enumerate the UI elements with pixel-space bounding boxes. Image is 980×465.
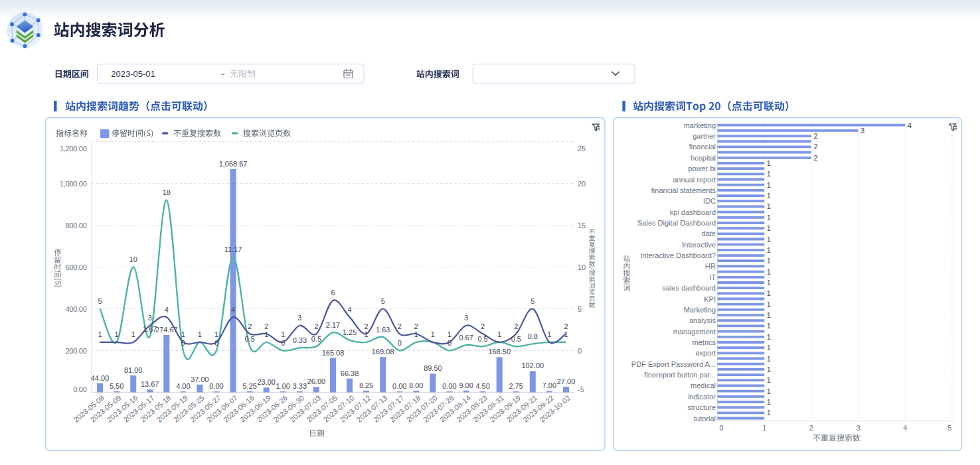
svg-text:1,200.00: 1,200.00 [60, 145, 87, 153]
svg-text:0: 0 [398, 339, 402, 347]
svg-text:1,068.67: 1,068.67 [219, 160, 248, 168]
svg-text:0.00: 0.00 [442, 382, 456, 390]
svg-text:1: 1 [131, 330, 135, 338]
svg-text:1: 1 [281, 330, 285, 338]
svg-text:2023-05-01: 2023-05-01 [111, 69, 155, 79]
svg-text:2: 2 [514, 322, 518, 330]
svg-text:1: 1 [767, 279, 771, 287]
svg-text:2: 2 [398, 322, 402, 330]
svg-text:169.08: 169.08 [372, 348, 394, 356]
svg-text:4: 4 [348, 306, 352, 314]
svg-text:1: 1 [564, 330, 568, 338]
svg-text:274.67: 274.67 [155, 326, 178, 334]
svg-text:165.08: 165.08 [322, 349, 345, 357]
svg-text:4: 4 [165, 306, 169, 314]
svg-text:1: 1 [767, 192, 771, 200]
svg-text:0.33: 0.33 [293, 336, 307, 344]
svg-text:2: 2 [365, 322, 368, 330]
svg-text:5.50: 5.50 [110, 382, 123, 390]
svg-text:1.63: 1.63 [376, 326, 390, 334]
svg-text:1: 1 [214, 330, 218, 338]
svg-text:1: 1 [767, 224, 771, 232]
svg-text:0.5: 0.5 [245, 335, 255, 343]
svg-text:1: 1 [767, 311, 771, 319]
svg-text:2: 2 [813, 154, 817, 162]
svg-text:66.38: 66.38 [341, 369, 359, 377]
svg-text:11.17: 11.17 [224, 245, 242, 253]
svg-text:PDF Export Password A...: PDF Export Password A... [631, 360, 716, 368]
svg-text:2: 2 [813, 143, 817, 151]
svg-text:1.67: 1.67 [143, 325, 157, 333]
svg-text:8.25: 8.25 [359, 381, 373, 389]
svg-text:0: 0 [448, 339, 451, 347]
svg-text:1.00: 1.00 [276, 382, 290, 390]
svg-text:2: 2 [248, 322, 252, 330]
svg-text:1: 1 [547, 330, 551, 338]
svg-text:8.00: 8.00 [409, 381, 423, 389]
svg-text:analysis: analysis [689, 316, 716, 324]
svg-text:0.5: 0.5 [477, 335, 487, 343]
svg-text:1: 1 [98, 330, 102, 338]
svg-text:1: 1 [198, 330, 202, 338]
svg-text:0: 0 [214, 339, 218, 347]
svg-text:1: 1 [181, 330, 185, 338]
svg-text:5: 5 [381, 297, 385, 305]
svg-text:1,000.00: 1,000.00 [60, 180, 87, 188]
svg-text:13.67: 13.67 [141, 380, 159, 388]
svg-text:0: 0 [181, 339, 185, 347]
svg-text:4: 4 [908, 121, 912, 129]
svg-text:1.25: 1.25 [343, 328, 357, 336]
svg-text:sales dashboard: sales dashboard [662, 284, 716, 292]
svg-text:1: 1 [767, 365, 771, 373]
svg-text:26.00: 26.00 [307, 377, 326, 385]
svg-text:financial statements: financial statements [651, 186, 716, 194]
svg-text:~: ~ [220, 70, 225, 79]
svg-text:2: 2 [314, 322, 318, 330]
svg-text:Sales Digital Dashboard: Sales Digital Dashboard [637, 219, 716, 227]
svg-text:0.67: 0.67 [459, 334, 473, 342]
svg-text:15: 15 [578, 222, 586, 230]
svg-text:0.00: 0.00 [392, 382, 406, 390]
svg-text:27.00: 27.00 [557, 377, 576, 385]
svg-text:4.00: 4.00 [176, 382, 190, 390]
svg-text:1: 1 [448, 330, 451, 338]
svg-text:HR: HR [705, 262, 716, 270]
svg-text:1: 1 [767, 322, 771, 330]
svg-text:2.75: 2.75 [509, 382, 523, 390]
svg-text:1: 1 [767, 398, 771, 406]
svg-text:1: 1 [767, 355, 771, 363]
svg-text:1: 1 [264, 330, 268, 338]
svg-text:2: 2 [809, 424, 813, 432]
svg-text:2: 2 [414, 322, 418, 330]
svg-text:IDC: IDC [703, 197, 716, 205]
svg-text:6: 6 [331, 289, 335, 297]
svg-text:kpi dashboard: kpi dashboard [670, 208, 716, 216]
svg-text:4: 4 [903, 424, 907, 432]
svg-text:5.25: 5.25 [242, 382, 256, 390]
svg-text:1: 1 [767, 181, 771, 189]
svg-text:1: 1 [767, 159, 771, 167]
svg-text:0: 0 [578, 347, 582, 355]
svg-text:2: 2 [813, 132, 817, 140]
svg-text:10: 10 [578, 263, 586, 271]
svg-text:4: 4 [231, 306, 235, 314]
svg-text:1: 1 [767, 387, 771, 395]
svg-text:-5: -5 [578, 385, 584, 393]
svg-text:1: 1 [767, 170, 771, 178]
svg-text:Interactive Dashboard?: Interactive Dashboard? [640, 251, 716, 259]
svg-text:annual report: annual report [673, 176, 716, 184]
svg-text:Marketing: Marketing [684, 306, 716, 314]
svg-text:44.00: 44.00 [91, 374, 110, 382]
svg-text:3: 3 [297, 314, 301, 322]
svg-text:102.00: 102.00 [521, 362, 544, 369]
svg-text:2.17: 2.17 [326, 321, 340, 329]
svg-text:1: 1 [365, 330, 368, 338]
svg-text:9.00: 9.00 [459, 381, 473, 389]
svg-text:3.33: 3.33 [293, 382, 307, 390]
svg-text:1: 1 [767, 214, 771, 222]
svg-text:23.00: 23.00 [257, 378, 276, 386]
svg-text:financial: financial [689, 143, 716, 151]
svg-text:89.50: 89.50 [424, 364, 442, 372]
svg-text:5: 5 [98, 297, 102, 305]
svg-text:3: 3 [148, 314, 152, 322]
